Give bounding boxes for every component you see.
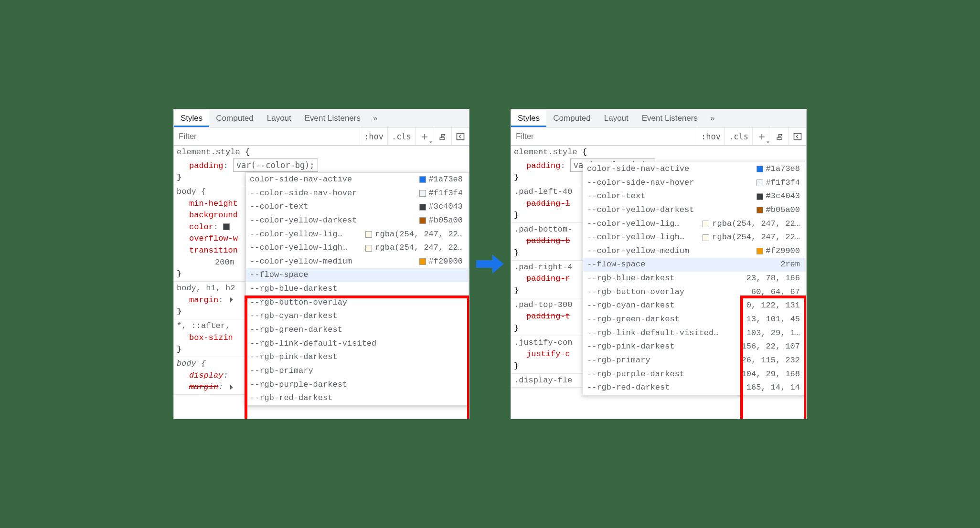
ac-option[interactable]: --rgb-red-darkest165, 14, 14 (583, 381, 806, 395)
svg-rect-1 (794, 133, 801, 139)
comparison-arrow-icon (475, 253, 505, 275)
ac-option[interactable]: --rgb-blue-darkest23, 78, 166 (583, 272, 806, 285)
color-swatch-icon (756, 207, 763, 213)
ac-option[interactable]: --color-yellow-medium#f29900 (246, 255, 469, 269)
color-swatch-icon (756, 193, 763, 200)
hov-toggle[interactable]: :hov (360, 127, 387, 145)
ac-option[interactable]: color-side-nav-active#1a73e8 (583, 162, 806, 176)
ac-option[interactable]: --color-side-nav-hover#f1f3f4 (583, 176, 806, 190)
hov-toggle[interactable]: :hov (697, 127, 724, 145)
styles-tabs: Styles Computed Layout Event Listeners » (511, 109, 806, 127)
expand-shorthand-icon[interactable] (230, 385, 233, 390)
styles-toolbar: :hov .cls ＋ (174, 127, 469, 146)
ac-option[interactable]: --color-yellow-ligh…rgba(254, 247, 22… (583, 231, 806, 244)
ac-option[interactable]: --rgb-blue-darkest (246, 282, 469, 296)
ac-option[interactable]: --color-yellow-darkest#b05a00 (583, 203, 806, 217)
color-swatch-icon[interactable] (223, 223, 230, 230)
styles-tabs: Styles Computed Layout Event Listeners » (174, 109, 469, 127)
ac-option[interactable]: --rgb-link-default-visited (246, 337, 469, 351)
computed-sidebar-toggle-icon[interactable] (451, 127, 469, 145)
ac-option[interactable]: --rgb-green-darkest (246, 323, 469, 337)
paint-flash-icon[interactable] (771, 127, 788, 145)
color-swatch-icon (419, 217, 426, 224)
color-swatch-icon (703, 234, 709, 241)
color-swatch-icon (365, 231, 372, 238)
ac-option[interactable]: --color-yellow-lig…rgba(254, 247, 22… (583, 217, 806, 231)
ac-option[interactable]: --rgb-red-darkest (246, 391, 469, 405)
ac-option[interactable]: --color-yellow-ligh…rgba(254, 247, 22… (246, 241, 469, 255)
styles-rules-list: element.style { padding: var(--color-bg)… (174, 146, 469, 419)
color-swatch-icon (756, 166, 763, 172)
css-var-autocomplete-dropdown[interactable]: color-side-nav-active#1a73e8--color-side… (583, 162, 806, 395)
styles-toolbar: :hov .cls ＋ (511, 127, 806, 146)
tab-more-icon[interactable]: » (367, 110, 383, 127)
color-swatch-icon (703, 221, 709, 227)
tab-styles[interactable]: Styles (174, 110, 209, 127)
paint-flash-icon[interactable] (434, 127, 451, 145)
ac-option[interactable]: --rgb-green-darkest13, 101, 45 (583, 313, 806, 327)
tab-styles[interactable]: Styles (511, 110, 546, 127)
color-swatch-icon (365, 245, 372, 252)
ac-option[interactable]: --rgb-pink-darkest156, 22, 107 (583, 340, 806, 354)
ac-option[interactable]: --color-yellow-darkest#b05a00 (246, 214, 469, 228)
cls-toggle[interactable]: .cls (387, 127, 415, 145)
ac-option[interactable]: --flow-space2rem (583, 258, 806, 272)
ac-option[interactable]: --color-text#3c4043 (583, 190, 806, 203)
ac-option[interactable]: color-side-nav-active#1a73e8 (246, 173, 469, 187)
color-swatch-icon (419, 204, 426, 211)
color-swatch-icon (756, 180, 763, 186)
styles-filter-input[interactable] (174, 129, 360, 144)
ac-option[interactable]: --color-side-nav-hover#f1f3f4 (246, 187, 469, 201)
ac-option[interactable]: --rgb-purple-darkest104, 29, 168 (583, 368, 806, 381)
styles-rules-list: element.style { padding: var(--color-bg)… (511, 146, 806, 419)
svg-rect-0 (457, 133, 464, 139)
ac-option[interactable]: --rgb-cyan-darkest (246, 309, 469, 323)
ac-option[interactable]: --rgb-purple-darkest (246, 378, 469, 392)
tab-computed[interactable]: Computed (546, 110, 597, 127)
expand-shorthand-icon[interactable] (230, 297, 233, 302)
tab-more-icon[interactable]: » (704, 110, 720, 127)
computed-sidebar-toggle-icon[interactable] (788, 127, 806, 145)
color-swatch-icon (419, 176, 426, 183)
ac-option[interactable]: --rgb-cyan-darkest0, 122, 131 (583, 299, 806, 313)
ac-option[interactable]: --rgb-pink-darkest (246, 350, 469, 364)
color-swatch-icon (419, 190, 426, 197)
ac-option[interactable]: --color-yellow-medium#f29900 (583, 244, 806, 258)
ac-option[interactable]: --flow-space (246, 268, 469, 282)
tab-computed[interactable]: Computed (209, 110, 260, 127)
devtools-styles-panel-after: Styles Computed Layout Event Listeners »… (511, 109, 807, 419)
color-swatch-icon (756, 248, 763, 254)
tab-event-listeners[interactable]: Event Listeners (298, 110, 367, 127)
tab-event-listeners[interactable]: Event Listeners (635, 110, 704, 127)
color-swatch-icon (419, 258, 426, 265)
new-style-rule-button[interactable]: ＋ (415, 127, 434, 145)
devtools-styles-panel-before: Styles Computed Layout Event Listeners »… (173, 109, 469, 419)
cls-toggle[interactable]: .cls (724, 127, 752, 145)
tab-layout[interactable]: Layout (597, 110, 635, 127)
new-style-rule-button[interactable]: ＋ (752, 127, 771, 145)
tab-layout[interactable]: Layout (260, 110, 298, 127)
css-var-autocomplete-dropdown[interactable]: color-side-nav-active#1a73e8--color-side… (245, 172, 469, 406)
ac-option[interactable]: --rgb-primary (246, 364, 469, 378)
css-value-editor[interactable]: var(--color-bg); (233, 158, 318, 172)
ac-option[interactable]: --color-yellow-lig…rgba(254, 247, 22… (246, 228, 469, 242)
ac-option[interactable]: --rgb-button-overlay (246, 296, 469, 310)
styles-filter-input[interactable] (511, 129, 697, 144)
ac-option[interactable]: --rgb-primary26, 115, 232 (583, 354, 806, 368)
ac-option[interactable]: --rgb-link-default-visited…103, 29, 1… (583, 327, 806, 340)
ac-option[interactable]: --rgb-button-overlay60, 64, 67 (583, 285, 806, 299)
ac-option[interactable]: --color-text#3c4043 (246, 200, 469, 214)
